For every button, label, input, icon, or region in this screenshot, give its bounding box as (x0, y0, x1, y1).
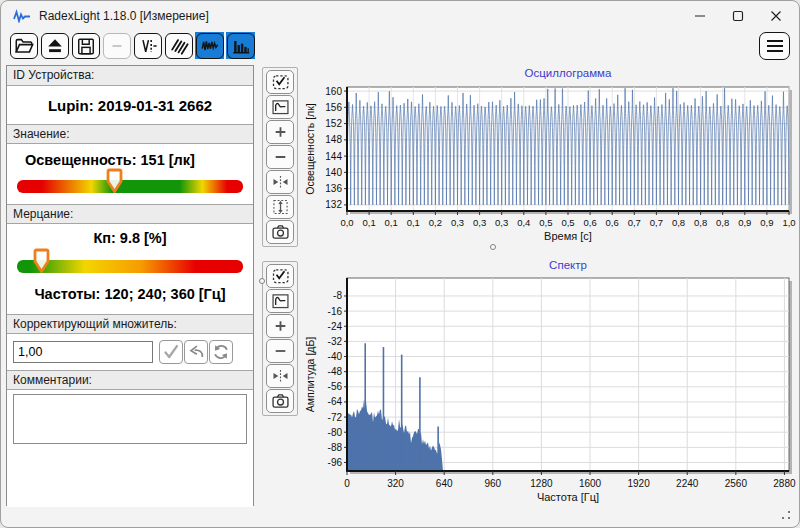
svg-text:Освещенность [лк]: Освещенность [лк] (304, 103, 316, 195)
svg-text:-88: -88 (328, 442, 343, 453)
spectrum-tools-zoom-out-button[interactable] (266, 339, 294, 363)
svg-text:0,1: 0,1 (407, 217, 420, 228)
maximize-icon (732, 10, 744, 22)
fit-horizontal-icon (270, 173, 291, 191)
main-toolbar (9, 32, 255, 59)
save-button[interactable] (71, 32, 100, 59)
panel-splitter-handle[interactable] (259, 278, 265, 284)
refresh-button[interactable] (209, 340, 233, 364)
svg-text:Время [с]: Время [с] (544, 230, 592, 242)
undo-button[interactable] (184, 340, 208, 364)
light-rays-button-frame (165, 33, 193, 59)
multiplier-input[interactable] (13, 341, 153, 363)
signal-button-frame (134, 33, 162, 59)
light-rays-button[interactable] (164, 32, 193, 59)
undo-icon (186, 342, 206, 362)
svg-text:0,9: 0,9 (738, 217, 751, 228)
select-region-icon (270, 73, 291, 91)
menu-button[interactable] (759, 32, 790, 60)
fit-vertical-icon (270, 198, 291, 216)
minimize-button[interactable] (681, 1, 719, 30)
multiplier-section (7, 334, 253, 370)
svg-text:156: 156 (325, 102, 342, 113)
svg-text:1600: 1600 (579, 478, 602, 489)
open-button[interactable] (9, 32, 38, 59)
flicker-section: Кп: 9.8 [%] Частоты: 120; 240; 360 [Гц] (7, 224, 253, 314)
open-button-frame (10, 33, 38, 59)
window-controls (681, 1, 795, 31)
spectrum-tools-zoom-in-button[interactable] (266, 314, 294, 338)
measurement-panel: ID Устройства: Lupin: 2019-01-31 2662 Зн… (6, 65, 254, 506)
svg-text:0,3: 0,3 (451, 217, 464, 228)
oscillogram-tools-fit-horizontal-button[interactable] (266, 170, 294, 194)
oscillogram-tools-zoom-out-button[interactable] (266, 145, 294, 169)
check-icon (161, 342, 181, 362)
spectrum-view-button-frame (227, 33, 255, 59)
disconnected-action-button[interactable] (102, 32, 131, 59)
svg-text:0,5: 0,5 (561, 217, 574, 228)
device-id-header: ID Устройства: (7, 66, 253, 86)
eject-button-frame (41, 33, 69, 59)
camera-icon (270, 392, 291, 410)
svg-text:-80: -80 (328, 427, 343, 438)
svg-text:640: 640 (436, 478, 453, 489)
maximize-button[interactable] (719, 1, 757, 30)
svg-text:0,8: 0,8 (672, 217, 685, 228)
multiplier-header: Корректирующий множитель: (7, 314, 253, 334)
oscillogram-chart[interactable]: 1601561521481441401361320,00,10,10,10,20… (301, 79, 797, 247)
svg-text:960: 960 (484, 478, 501, 489)
illuminance-marker[interactable] (106, 168, 123, 198)
oscillogram-tools-snapshot-button[interactable] (266, 220, 294, 244)
spectrum-tools (262, 261, 298, 416)
svg-text:2880: 2880 (773, 478, 796, 489)
svg-text:-72: -72 (328, 412, 343, 423)
select-region-icon (270, 267, 291, 285)
oscillogram-tools-select-region-button[interactable] (266, 70, 294, 94)
value-section: Освещенность: 151 [лк] (7, 144, 253, 204)
dash-icon (106, 36, 128, 56)
svg-text:0,6: 0,6 (583, 217, 596, 228)
svg-text:0,6: 0,6 (606, 217, 619, 228)
resize-grip-icon[interactable] (788, 517, 790, 519)
close-button[interactable] (757, 1, 795, 30)
oscillogram-title: Осциллограмма (347, 67, 789, 79)
svg-text:1280: 1280 (530, 478, 553, 489)
spectrum-chart[interactable]: -8-16-24-32-40-48-56-64-72-80-88-9603206… (301, 273, 797, 505)
pulse-icon (137, 36, 159, 56)
svg-text:-24: -24 (328, 321, 343, 332)
oscillogram-tools-autoscale-button[interactable] (266, 95, 294, 119)
flicker-scale (17, 260, 243, 273)
chart-splitter-handle[interactable] (490, 244, 496, 250)
close-icon (770, 10, 782, 22)
rays-icon (168, 36, 190, 56)
spectrum-view-button[interactable] (226, 32, 255, 59)
oscillogram-tools-zoom-in-button[interactable] (266, 120, 294, 144)
signal-button[interactable] (133, 32, 162, 59)
save-button-frame (72, 33, 100, 59)
spectrum-tools-select-region-button[interactable] (266, 264, 294, 288)
window-title: RadexLight 1.18.0 [Измерение] (39, 9, 209, 23)
device-id-value: Lupin: 2019-01-31 2662 (7, 86, 253, 124)
svg-text:1,0: 1,0 (782, 217, 795, 228)
svg-text:Частота [Гц]: Частота [Гц] (537, 491, 599, 503)
illuminance-reading: Освещенность: 151 [лк] (25, 152, 195, 168)
apply-button[interactable] (159, 340, 183, 364)
zoom-out-icon (270, 148, 291, 166)
zoom-in-icon (270, 317, 291, 335)
oscillogram-view-button[interactable] (195, 32, 224, 59)
svg-text:152: 152 (325, 118, 342, 129)
open-folder-icon (13, 36, 35, 56)
flicker-kp-reading: Кп: 9.8 [%] (7, 230, 253, 246)
svg-text:-96: -96 (328, 457, 343, 468)
svg-text:-64: -64 (328, 396, 343, 407)
spectrum-tools-autoscale-button[interactable] (266, 289, 294, 313)
svg-text:0,1: 0,1 (385, 217, 398, 228)
spectrum-tools-snapshot-button[interactable] (266, 389, 294, 413)
wave-icon (199, 36, 221, 56)
flicker-frequencies: Частоты: 120; 240; 360 [Гц] (7, 286, 253, 302)
comments-input[interactable] (13, 394, 247, 444)
oscillogram-tools-fit-vertical-button[interactable] (266, 195, 294, 219)
spectrum-tools-fit-horizontal-button[interactable] (266, 364, 294, 388)
eject-button[interactable] (40, 32, 69, 59)
flicker-marker[interactable] (33, 248, 50, 278)
